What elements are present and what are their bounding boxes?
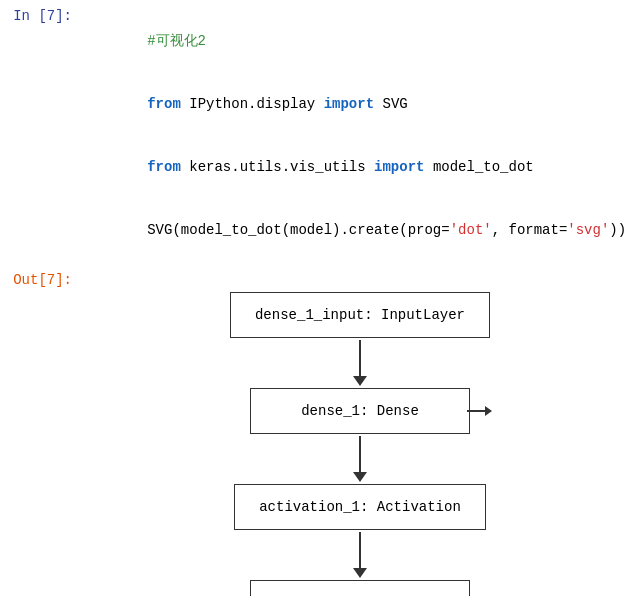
notebook-cell: In [7]: #可视化2 from IPython.display impor… <box>0 0 640 596</box>
string-dot: 'dot' <box>450 222 492 238</box>
cell-output: Out[7]: dense_1_input: InputLayer dense_… <box>0 268 640 596</box>
node-wrapper-3: activation_1: Activation <box>234 484 486 530</box>
node-activation-1: activation_1: Activation <box>234 484 486 530</box>
input-label: In [7]: <box>0 8 80 264</box>
nn-diagram: dense_1_input: InputLayer dense_1: Dense <box>230 282 490 596</box>
side-arrow-2 <box>485 406 492 416</box>
arrow-2 <box>353 434 367 484</box>
keyword-from-2: from <box>147 159 181 175</box>
code-line-3: from keras.utils.vis_utils import model_… <box>80 136 640 199</box>
arrow-line-1 <box>359 340 361 376</box>
comment-1: #可视化2 <box>147 33 206 49</box>
cell-input: In [7]: #可视化2 from IPython.display impor… <box>0 0 640 268</box>
node-dense-2: dense_2: Dense <box>250 580 470 596</box>
code-line-1: #可视化2 <box>80 10 640 73</box>
arrow-head-1 <box>353 376 367 386</box>
node-dense-1: dense_1: Dense <box>250 388 470 434</box>
node-dense-1-input: dense_1_input: InputLayer <box>230 292 490 338</box>
code-text-7: , format= <box>492 222 568 238</box>
side-indicator-2 <box>467 406 492 416</box>
code-text-4: keras.utils.vis_utils <box>181 159 374 175</box>
code-text-5: model_to_dot <box>424 159 533 175</box>
arrow-3 <box>353 530 367 580</box>
node-wrapper-1: dense_1_input: InputLayer <box>230 292 490 338</box>
code-line-2: from IPython.display import SVG <box>80 73 640 136</box>
code-line-4: SVG(model_to_dot(model).create(prog='dot… <box>80 199 640 262</box>
code-text-3: SVG <box>374 96 408 112</box>
node-wrapper-4: dense_2: Dense <box>250 580 470 596</box>
arrow-head-3 <box>353 568 367 578</box>
arrow-1 <box>353 338 367 388</box>
output-content: dense_1_input: InputLayer dense_1: Dense <box>80 272 640 596</box>
side-line-2 <box>467 410 485 412</box>
string-svg: 'svg' <box>567 222 609 238</box>
keyword-import-1: import <box>324 96 374 112</box>
node-wrapper-2: dense_1: Dense <box>250 388 470 434</box>
code-block[interactable]: #可视化2 from IPython.display import SVG fr… <box>80 8 640 264</box>
code-text-6: SVG(model_to_dot(model).create(prog= <box>147 222 449 238</box>
code-text-8: )) <box>609 222 626 238</box>
arrow-line-3 <box>359 532 361 568</box>
keyword-from-1: from <box>147 96 181 112</box>
code-text-2: IPython.display <box>181 96 324 112</box>
keyword-import-2: import <box>374 159 424 175</box>
arrow-head-2 <box>353 472 367 482</box>
output-label: Out[7]: <box>0 272 80 596</box>
arrow-line-2 <box>359 436 361 472</box>
